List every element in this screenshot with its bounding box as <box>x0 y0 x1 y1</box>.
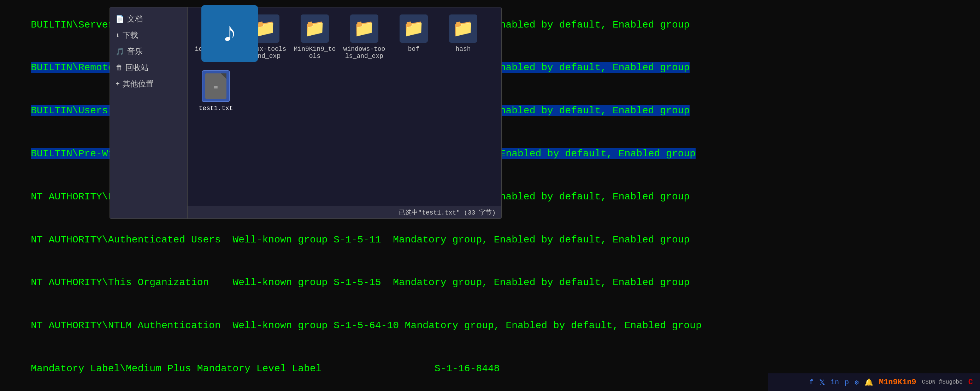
folder-glyph-hash: 📁 <box>453 18 474 39</box>
other-locations-icon: + <box>116 80 120 88</box>
group-name-9: Mandatory Label\Medium Plus Mandatory Le… <box>31 363 321 374</box>
folder-m1n9[interactable]: 📁 M1n9K1n9_tools <box>294 14 336 60</box>
group-sid-7: S-1-5-15 <box>334 277 393 288</box>
sidebar-item-other[interactable]: + 其他位置 <box>110 76 187 92</box>
group-status-7: Mandatory group, Enabled by default, Ena… <box>393 277 690 288</box>
music-icon: 🎵 <box>116 47 124 56</box>
sidebar-item-music[interactable]: 🎵 音乐 <box>110 43 187 60</box>
notification-icon[interactable]: 🔔 <box>864 378 873 387</box>
file-manager-overlay: 📄 文档 ⬇ 下载 🎵 音乐 🗑 回收站 + 其他位置 📁 <box>110 7 502 219</box>
file-glyph-test1: ≡ <box>214 84 218 92</box>
files-row: ≡ test1.txt <box>195 70 494 112</box>
downloads-icon: ⬇ <box>116 31 120 40</box>
sidebar-item-documents[interactable]: 📄 文档 <box>110 11 187 27</box>
sidebar-item-downloads[interactable]: ⬇ 下载 <box>110 27 187 43</box>
sidebar-label-documents: 文档 <box>127 14 143 24</box>
file-manager-status-bar: 已选中"test1.txt" (33 字节) <box>188 206 501 218</box>
group-sid-6: S-1-5-11 <box>334 234 393 245</box>
group-status-6: Mandatory group, Enabled by default, Ena… <box>393 234 690 245</box>
file-manager-sidebar: 📄 文档 ⬇ 下载 🎵 音乐 🗑 回收站 + 其他位置 <box>110 8 188 218</box>
csdn-label: CSDN @Sugobe <box>922 379 963 385</box>
group-type-8: Well-known group <box>233 320 334 331</box>
settings-icon[interactable]: ⚙ <box>854 378 859 387</box>
group-sid-9: S-1-16-8448 <box>322 363 500 374</box>
folder-icon-windows-tools: 📁 <box>350 14 379 43</box>
file-icon-test1-txt: ≡ <box>202 70 230 102</box>
group-name-7: NT AUTHORITY\This Organization <box>31 277 232 288</box>
pinterest-icon[interactable]: p <box>845 378 849 386</box>
group-type-7: Well-known group <box>233 277 334 288</box>
folder-glyph-m1n9: 📁 <box>304 18 325 39</box>
folder-label-bof: bof <box>408 46 419 52</box>
folder-hash[interactable]: 📁 hash <box>442 14 484 60</box>
folder-icon-bof: 📁 <box>399 14 428 43</box>
group-sid-8: S-1-5-64-10 <box>334 320 399 331</box>
group-name-6: NT AUTHORITY\Authenticated Users <box>31 234 232 245</box>
file-label-test1: test1.txt <box>199 105 233 112</box>
group-line-8: NT AUTHORITY\NTLM Authentication Well-kn… <box>7 304 973 347</box>
group-type-6: Well-known group <box>233 234 334 245</box>
folder-glyph-bof: 📁 <box>403 18 424 39</box>
folder-glyph-windows-tools: 📁 <box>354 18 375 39</box>
sidebar-label-music: 音乐 <box>127 46 143 57</box>
user-label: M1n9K1n9 <box>879 378 916 387</box>
sidebar-item-trash[interactable]: 🗑 回收站 <box>110 60 187 76</box>
sidebar-label-other: 其他位置 <box>123 79 154 89</box>
twitter-icon[interactable]: 𝕏 <box>819 378 825 387</box>
folder-glyph-linux-tools: 📁 <box>255 18 276 39</box>
folder-label-windows-tools: windows-tools_and_exp <box>343 46 385 60</box>
sidebar-label-trash: 回收站 <box>126 62 149 73</box>
sidebar-label-downloads: 下载 <box>123 30 138 41</box>
folder-icon-m1n9: 📁 <box>301 14 329 43</box>
group-line-7: NT AUTHORITY\This Organization Well-know… <box>7 261 973 304</box>
trash-icon: 🗑 <box>116 63 123 72</box>
folder-label-m1n9: M1n9K1n9_tools <box>294 46 336 60</box>
file-test1-txt[interactable]: ≡ test1.txt <box>195 70 237 112</box>
csdn-brand-icon: C <box>968 378 973 387</box>
folder-icon-hash: 📁 <box>449 14 477 43</box>
folder-label-hash: hash <box>455 46 471 52</box>
group-status-8: Mandatory group, Enabled by default, Ena… <box>399 320 702 331</box>
group-name-8: NT AUTHORITY\NTLM Authentication <box>31 320 232 331</box>
music-note-icon: ♪ <box>221 17 238 50</box>
documents-icon: 📄 <box>116 15 124 24</box>
facebook-icon[interactable]: f <box>809 378 814 386</box>
group-line-6: NT AUTHORITY\Authenticated Users Well-kn… <box>7 218 973 261</box>
status-text: 已选中"test1.txt" (33 字节) <box>399 208 496 217</box>
linkedin-icon[interactable]: in <box>830 378 839 386</box>
bottom-bar: f 𝕏 in p ⚙ 🔔 M1n9K1n9 CSDN @Sugobe C <box>768 374 980 391</box>
folder-bof[interactable]: 📁 bof <box>393 14 435 60</box>
folder-windows-tools[interactable]: 📁 windows-tools_and_exp <box>343 14 385 60</box>
music-player-icon[interactable]: ♪ <box>201 5 258 62</box>
